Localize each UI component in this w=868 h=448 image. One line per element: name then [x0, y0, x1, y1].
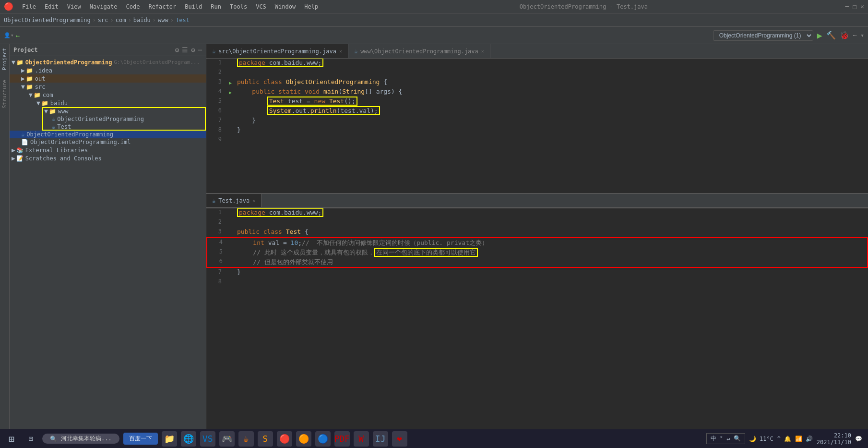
taskbar-sublime[interactable]: S	[258, 431, 273, 447]
lib-icon: 📚	[16, 147, 24, 154]
maximize-btn[interactable]: □	[853, 3, 856, 10]
breadcrumb-src[interactable]: src	[98, 17, 108, 24]
sync-icon[interactable]: ⚙	[175, 46, 179, 54]
menu-build[interactable]: Build	[181, 2, 206, 11]
hide-icon[interactable]: ─	[198, 46, 202, 54]
user-icon: 👤▾	[4, 32, 14, 38]
menu-refactor[interactable]: Refactor	[144, 2, 180, 11]
taskbar-app2[interactable]: 🟠	[296, 431, 311, 447]
tab-close-www[interactable]: ✕	[481, 48, 484, 54]
tree-item-ext-libs[interactable]: ▶ 📚 External Libraries	[10, 146, 206, 154]
taskbar-java[interactable]: ☕	[238, 431, 254, 447]
search-text: 河北幸集本轮病...	[61, 435, 112, 443]
taskbar-intellij[interactable]: IJ	[373, 431, 388, 447]
toolbar-left: 👤▾ ←	[4, 32, 20, 39]
task-view-button[interactable]: ⊟	[23, 431, 38, 447]
expand-icon-com: ▼	[29, 91, 33, 98]
breadcrumb-www[interactable]: www	[158, 17, 168, 24]
menu-bar: 🔴 File Edit View Navigate Code Refactor …	[0, 0, 868, 13]
taskbar-app1[interactable]: 🔴	[277, 431, 292, 447]
breadcrumb-baidu[interactable]: baidu	[133, 17, 151, 24]
settings-icon[interactable]: ⚙	[191, 46, 195, 54]
folder-icon: 📁	[16, 59, 24, 66]
window-title: ObjectOrientedProgramming - Test.java	[323, 3, 844, 10]
system-tray[interactable]: ^ 🔔 📶 🔊	[777, 436, 813, 442]
tree-label-oop-java: ObjectOrientedProgramming	[57, 116, 144, 122]
top-code-editor[interactable]: 1 package com.baidu.www; 2 3 ▶ public cl…	[206, 59, 868, 193]
search-box[interactable]: 🔍 河北幸集本轮病...	[42, 434, 119, 444]
tree-item-test-java[interactable]: ☕ Test	[10, 123, 206, 131]
tree-item-www[interactable]: ▼ 📁 www	[10, 107, 206, 115]
tab-java-icon2: ☕	[354, 48, 357, 55]
close-btn[interactable]: ✕	[860, 3, 864, 10]
run-config-select[interactable]: ObjectOrientedProgramming (1)	[713, 30, 813, 41]
taskbar-explorer[interactable]: 📁	[162, 431, 177, 447]
tree-label-com: com	[43, 92, 53, 98]
expand-icon-src: ▼	[21, 83, 25, 90]
menu-run[interactable]: Run	[207, 2, 225, 11]
left-side-tabs: Project Structure	[0, 44, 10, 435]
ime-indicator[interactable]: 中 ° ↵ 🔍	[706, 433, 745, 444]
start-button[interactable]: ⊞	[4, 431, 19, 447]
tab-test-java[interactable]: ☕ Test.java ✕	[206, 194, 262, 207]
tab-close-oop[interactable]: ✕	[339, 48, 342, 54]
breadcrumb-com[interactable]: com	[116, 17, 126, 24]
collapse-all-icon[interactable]: ☰	[182, 46, 188, 54]
tree-item-oop-selected[interactable]: ☕ ObjectOrientedProgramming	[10, 131, 206, 138]
tree-item-src[interactable]: ▼ 📁 src	[10, 83, 206, 91]
tree-item-root[interactable]: ▼ 📁 ObjectOrientedProgramming G:\ObjectO…	[10, 58, 206, 66]
expand-icon-out: ▶	[21, 75, 25, 82]
taskbar-steam[interactable]: 🎮	[219, 431, 235, 447]
tree-item-com[interactable]: ▼ 📁 com	[10, 91, 206, 99]
taskbar-app4[interactable]: ❤	[392, 431, 407, 447]
taskbar-wps[interactable]: W	[354, 431, 369, 447]
tab-close-test[interactable]: ✕	[252, 198, 255, 203]
tree-item-scratches[interactable]: ▶ 📝 Scratches and Consoles	[10, 154, 206, 162]
tree-label: ObjectOrientedProgramming	[25, 59, 112, 66]
taskbar-vscode[interactable]: VS	[200, 431, 215, 447]
tree-item-oop-java[interactable]: ☕ ObjectOrientedProgramming	[10, 115, 206, 123]
structure-tab[interactable]: Structure	[1, 80, 8, 109]
tree-item-idea[interactable]: ▶ 📁 .idea	[10, 66, 206, 74]
notifications-icon[interactable]: 💬	[855, 436, 862, 442]
menu-edit[interactable]: Edit	[41, 2, 62, 11]
menu-file[interactable]: File	[18, 2, 40, 11]
taskbar-edge[interactable]: 🌐	[181, 431, 196, 447]
baidu-button[interactable]: 百度一下	[123, 433, 158, 445]
minimize-btn[interactable]: ─	[845, 3, 849, 10]
taskbar-app3[interactable]: 🔵	[315, 431, 331, 447]
bottom-code-editor[interactable]: 1 package com.baidu.www; 2 3 public clas…	[206, 207, 868, 435]
menu-vcs[interactable]: VCS	[252, 2, 270, 11]
java-icon-oop-sel: ☕	[21, 131, 24, 138]
menu-help[interactable]: Help	[300, 2, 322, 11]
tree-label-www: www	[58, 108, 69, 115]
project-tab[interactable]: Project	[1, 48, 8, 70]
menu-window[interactable]: Window	[271, 2, 299, 11]
back-icon[interactable]: ←	[16, 32, 20, 39]
expand-icon-baidu: ▼	[36, 99, 40, 107]
run-button[interactable]: ▶	[817, 30, 822, 40]
tab-oop-java[interactable]: ☕ src\ObjectOrientedProgramming.java ✕	[206, 44, 348, 58]
breadcrumb-project[interactable]: ObjectOrientedProgramming	[4, 17, 91, 24]
tree-item-baidu[interactable]: ▼ 📁 baidu	[10, 99, 206, 107]
breadcrumb-test[interactable]: Test	[176, 17, 190, 24]
tree-label-oop-sel: ObjectOrientedProgramming	[26, 131, 113, 138]
build-button[interactable]: 🔨	[826, 31, 836, 40]
sidebar: Project ⚙ ☰ ⚙ ─ ▼ 📁 ObjectOrientedProgra…	[10, 44, 206, 435]
tree-label-ext: External Libraries	[25, 147, 88, 154]
tree-item-iml[interactable]: 📄 ObjectOrientedProgramming.iml	[10, 138, 206, 146]
menu-navigate[interactable]: Navigate	[86, 2, 121, 11]
debug-button[interactable]: 🐞	[840, 31, 849, 40]
menu-code[interactable]: Code	[122, 2, 144, 11]
tree-label-src: src	[35, 84, 46, 90]
tab-www-oop[interactable]: ☕ www\ObjectOrientedProgramming.java ✕	[348, 44, 490, 58]
taskbar-left: ⊞ ⊟ 🔍 河北幸集本轮病... 百度一下 📁 🌐 VS 🎮 ☕ S 🔴 🟠 🔵…	[0, 431, 407, 447]
tree-item-out[interactable]: ▶ 📁 out	[10, 74, 206, 83]
bottom-code-line-3: 3 public class Test {	[206, 228, 868, 237]
println-highlight: System.out.println(test.val);	[267, 106, 380, 115]
more-actions[interactable]: ⋯ ▾	[853, 32, 864, 39]
menu-view[interactable]: View	[63, 2, 85, 11]
window-controls: ─ □ ✕	[845, 3, 864, 10]
taskbar-pdf[interactable]: PDF	[334, 431, 350, 447]
menu-tools[interactable]: Tools	[226, 2, 251, 11]
